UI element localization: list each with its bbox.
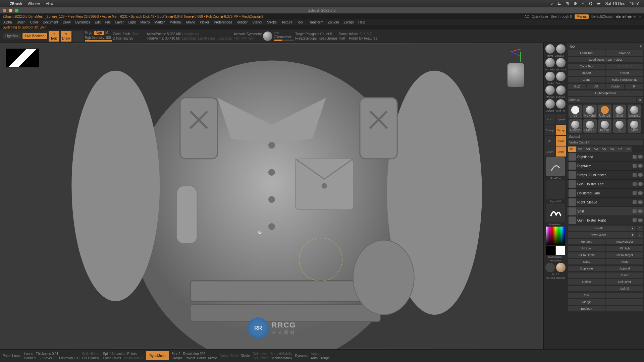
close-icon[interactable] — [3, 9, 6, 12]
solo-button[interactable]: Solo — [545, 114, 555, 124]
clone-button[interactable]: Clone — [568, 77, 605, 82]
empty-button[interactable] — [606, 299, 644, 305]
subtool-item[interactable]: Right_Sleeve⊞ — [567, 198, 644, 207]
menu-marker[interactable]: Marker — [154, 20, 165, 24]
subtool-polypaint-icon[interactable]: ⊞ — [633, 164, 637, 168]
zremesher-button[interactable]: ZRemesher — [274, 35, 294, 39]
dynamic-button[interactable]: Dynamic — [295, 354, 308, 358]
visibility-eye-icon[interactable] — [638, 164, 643, 168]
app-name[interactable]: ZBrush — [10, 2, 22, 6]
polish-slider[interactable]: Polish 5 — [24, 356, 36, 360]
apply-button[interactable]: Apply — [311, 352, 329, 356]
edit-mode-button[interactable]: ✦Edit — [49, 31, 59, 42]
thickness-slider[interactable]: Thickness 0.01 — [36, 352, 58, 356]
subtool-section-title[interactable]: Subtool — [567, 134, 644, 139]
tool-icon[interactable]: PolySpl — [583, 105, 597, 118]
xpose-button[interactable]: Xpose — [556, 114, 566, 124]
vtab-v1[interactable]: V1 — [568, 146, 576, 152]
delete-button[interactable]: Delete — [568, 279, 605, 285]
visibility-eye-icon[interactable] — [638, 182, 643, 186]
empty-button[interactable] — [568, 286, 605, 291]
subtool-polypaint-icon[interactable]: ⊞ — [633, 155, 637, 159]
menu-picker[interactable]: Picker — [200, 20, 209, 24]
menu-edit[interactable]: Edit — [95, 20, 100, 24]
subtool-polypaint-icon[interactable]: ⊞ — [633, 173, 637, 177]
secondary-color-swatch[interactable] — [556, 246, 565, 255]
menu-preferences[interactable]: Preferences — [214, 20, 232, 24]
del-other-button[interactable]: Del Other — [606, 279, 644, 285]
transp-button[interactable]: Transp — [545, 125, 555, 135]
freeze-groups-button[interactable]: FreezeGroups — [295, 37, 317, 40]
brush-inflate-icon[interactable] — [545, 72, 555, 81]
vtab-v6[interactable]: V6 — [608, 146, 616, 152]
insert-button[interactable]: Insert — [606, 273, 644, 278]
menu-macro[interactable]: Macro — [141, 20, 150, 24]
menu-window[interactable]: Window — [28, 2, 40, 6]
split-hidden-button[interactable]: Split Hidden — [82, 352, 100, 356]
down-arrow-icon[interactable]: ▼ — [629, 232, 636, 238]
vtab-v4[interactable]: V4 — [592, 146, 600, 152]
menu-help[interactable]: Help — [358, 20, 365, 24]
meshfromla-button[interactable]: MeshFromLa — [124, 356, 144, 360]
rgb-button[interactable]: Rgb — [94, 31, 104, 35]
rename-button[interactable]: Rename — [568, 239, 605, 244]
zadd-button[interactable]: Zadd — [113, 32, 121, 36]
close-panel-icon[interactable]: ✕ — [639, 15, 641, 18]
lazyradius-button[interactable]: LazyRadius — [198, 37, 215, 40]
bpr-button[interactable]: BPR — [274, 32, 294, 35]
lazysnap-button[interactable]: LazySnap — [217, 37, 232, 40]
z-intensity-slider[interactable]: Z Intensity 25 — [113, 37, 139, 40]
quicksave-button[interactable]: QuickSave — [532, 15, 548, 18]
menu-transform[interactable]: Transform — [308, 20, 323, 24]
visibility-eye-icon[interactable] — [638, 155, 643, 159]
visibility-eye-icon[interactable] — [638, 191, 643, 195]
half-button[interactable]: Half — [339, 37, 347, 40]
seethrough-slider[interactable]: See-through 0 — [551, 15, 572, 18]
visibility-eye-icon[interactable] — [638, 173, 643, 177]
empty-button[interactable] — [606, 306, 644, 311]
brush-hpolish-icon[interactable] — [545, 85, 555, 95]
create-shell-button[interactable]: Create Shell — [220, 354, 238, 358]
project-button[interactable]: Project — [184, 356, 195, 360]
smooth-subdiv-button[interactable]: SmoothSubdiv — [270, 352, 292, 356]
brush-move-icon[interactable] — [545, 44, 555, 54]
rgb-intensity-slider[interactable]: Rgb Intensity 100 — [85, 36, 112, 40]
menu-zplugin[interactable]: Zplugin — [328, 20, 339, 24]
del-hidden-button[interactable]: Del Hidden — [82, 356, 100, 360]
menu-view[interactable]: View — [46, 2, 53, 6]
material-preview-icon[interactable] — [263, 32, 272, 41]
up-arrow-icon[interactable]: ▲ — [629, 226, 636, 231]
empty-button[interactable] — [568, 273, 605, 278]
symmetry-axes[interactable]: >X< >Y< >Z< — [234, 37, 262, 40]
export-button[interactable]: Export — [606, 70, 644, 76]
tool-icon[interactable]: 33 — [569, 105, 582, 118]
zsub-button[interactable]: Zsub — [123, 32, 130, 36]
target-polygons-slider[interactable]: Target Polygons Count 5 — [295, 32, 337, 36]
subtool-list[interactable]: RightHand⊞RightArm⊞Straps_GunHolster⊞Gun… — [567, 153, 644, 225]
paste-tool-button[interactable]: Paste Tool — [606, 64, 644, 69]
persp-button[interactable]: Persp — [556, 125, 566, 135]
tool-icon[interactable]: 33 — [613, 119, 626, 133]
all-high-button[interactable]: All High — [606, 246, 644, 251]
lightbox-button[interactable]: LightBox — [3, 33, 21, 39]
load-tools-project-button[interactable]: Load Tools From Project — [568, 57, 643, 62]
menu-tool[interactable]: Tool — [297, 20, 303, 24]
subtool-polypaint-icon[interactable]: ⊞ — [633, 218, 637, 222]
r-button[interactable]: R — [637, 97, 643, 103]
subtool-item[interactable]: Shirt⊞ — [567, 207, 644, 216]
append-button[interactable]: Append — [606, 266, 644, 271]
dynamesh-button[interactable]: DynaMesh — [146, 351, 169, 360]
boolean-button[interactable]: Boolean — [568, 306, 605, 311]
subtool-polypaint-icon[interactable]: ⊞ — [633, 182, 637, 186]
menu-material[interactable]: Material — [169, 20, 181, 24]
bottom-arrow-icon[interactable]: ⤓ — [637, 232, 643, 238]
top-arrow-icon[interactable]: ⤒ — [637, 226, 643, 231]
menu-stroke[interactable]: Stroke — [267, 20, 277, 24]
loops-slider[interactable]: Loops — [24, 352, 33, 356]
camera-preview[interactable] — [507, 63, 524, 87]
import-button[interactable]: Import — [568, 70, 605, 76]
visibility-eye-icon[interactable] — [638, 209, 643, 213]
auto-groups-button[interactable]: Auto Groups — [311, 356, 329, 360]
viewport-thumbnail[interactable] — [6, 49, 39, 67]
menu-document[interactable]: Document — [43, 20, 58, 24]
